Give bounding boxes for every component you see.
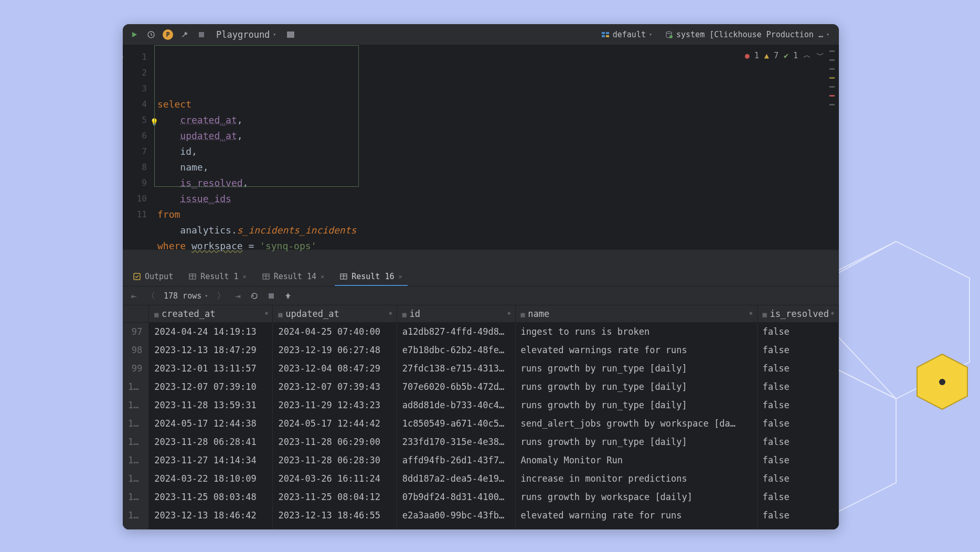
cell-is-resolved[interactable]: false xyxy=(757,378,838,396)
table-row[interactable]: 1052024-03-22 18:10:092024-03-26 16:11:2… xyxy=(123,470,839,488)
column-is-resolved[interactable]: ▦is_resolved◆ xyxy=(757,305,838,323)
connection-dropdown[interactable]: system [Clickhouse Production … ▾ xyxy=(661,27,834,42)
cell-id[interactable]: a12db827-4ffd-49d8… xyxy=(397,323,515,342)
sort-icon[interactable]: ◆ xyxy=(749,310,753,316)
cell-created-at[interactable]: 2023-12-07 07:39:10 xyxy=(149,378,273,396)
column-name[interactable]: ▦name◆ xyxy=(515,305,757,323)
settings-button[interactable] xyxy=(284,28,297,41)
cell-updated-at[interactable]: 2023-12-07 07:39:43 xyxy=(273,378,397,396)
run-button[interactable] xyxy=(128,28,141,41)
cell-updated-at[interactable]: 2023-11-28 06:28:30 xyxy=(273,451,397,470)
results-grid[interactable]: ▦created_at◆ ▦updated_at◆ ▦id◆ ▦name◆ ▦i… xyxy=(123,305,839,529)
table-row[interactable]: 1042023-11-27 14:14:342023-11-28 06:28:3… xyxy=(123,451,839,470)
sort-icon[interactable]: ◆ xyxy=(265,310,269,316)
stop-button[interactable] xyxy=(195,28,208,41)
cell-name[interactable]: increase in monitor predictions xyxy=(515,470,757,488)
pin-button[interactable] xyxy=(282,290,294,302)
cell-updated-at[interactable]: 2023-12-19 06:27:48 xyxy=(273,341,397,359)
first-page-button[interactable]: ⇤ xyxy=(128,290,140,302)
close-icon[interactable]: ✕ xyxy=(398,273,402,280)
last-page-button[interactable]: ⇥ xyxy=(232,290,243,302)
cancel-query-button[interactable] xyxy=(265,290,277,302)
cell-name[interactable]: elevated warning rate for runs xyxy=(515,506,757,525)
tab-result-16[interactable]: Result 16 ✕ xyxy=(335,268,408,286)
cell-is-resolved[interactable]: false xyxy=(757,341,838,359)
table-row[interactable]: 972024-04-24 14:19:132024-04-25 07:40:00… xyxy=(123,323,839,342)
cell-is-resolved[interactable]: false xyxy=(757,433,838,451)
cell-name[interactable]: Anomaly Monitor Run xyxy=(515,451,757,470)
error-stripe[interactable] xyxy=(828,50,836,245)
cell-name[interactable]: monitors xyxy=(515,525,757,529)
cell-is-resolved[interactable]: false xyxy=(757,451,838,470)
cell-updated-at[interactable]: 2024-04-25 07:40:00 xyxy=(273,323,397,342)
table-row[interactable]: 1062023-11-25 08:03:482023-11-25 08:04:1… xyxy=(123,488,839,506)
cell-name[interactable]: runs growth by run_type [daily] xyxy=(515,433,757,451)
cell-created-at[interactable]: 2024-04-24 14:19:13 xyxy=(149,323,273,342)
cell-id[interactable]: 8dd187a2-dea5-4e19… xyxy=(397,470,515,488)
sort-icon[interactable]: ◆ xyxy=(389,310,392,316)
cell-created-at[interactable]: 2024-03-22 18:10:09 xyxy=(149,470,273,488)
cell-created-at[interactable]: 2023-11-28 13:59:31 xyxy=(149,396,273,415)
cell-is-resolved[interactable]: false xyxy=(757,506,838,525)
sql-editor[interactable]: ● 1 ▲ 7 ✔ 1 ︿ ﹀ ✔1 2 3 4 💡5 6 7 8 9 10 1… xyxy=(123,45,839,250)
table-row[interactable]: 1012023-11-28 13:59:312023-11-29 12:43:2… xyxy=(123,396,839,415)
cell-name[interactable]: runs growth by run_type [daily] xyxy=(515,359,757,378)
table-row[interactable]: 1082023-11-27 10:38:342023-11-28 06:28:0… xyxy=(123,525,839,529)
next-page-button[interactable]: 〉 xyxy=(215,290,227,302)
cell-created-at[interactable]: 2023-11-28 06:28:41 xyxy=(149,433,273,451)
tab-result-1[interactable]: Result 1 ✕ xyxy=(184,268,251,286)
cell-created-at[interactable]: 2023-12-01 13:11:57 xyxy=(149,359,273,378)
refresh-button[interactable] xyxy=(249,290,260,302)
cell-updated-at[interactable]: 2024-05-17 12:44:42 xyxy=(273,415,397,433)
cell-name[interactable]: runs growth by run_type [daily] xyxy=(515,378,757,396)
cell-is-resolved[interactable]: false xyxy=(757,396,838,415)
cell-created-at[interactable]: 2023-11-27 14:14:34 xyxy=(149,451,273,470)
cell-id[interactable]: 1c850549-a671-40c5… xyxy=(397,415,515,433)
pending-icon[interactable]: P xyxy=(162,28,174,41)
cell-created-at[interactable]: 2023-11-27 10:38:34 xyxy=(149,525,273,529)
table-row[interactable]: 1072023-12-13 18:46:422023-12-13 18:46:5… xyxy=(123,506,839,525)
prev-page-button[interactable]: 〈 xyxy=(145,290,156,302)
cell-created-at[interactable]: 2023-12-13 18:46:42 xyxy=(149,506,273,525)
code-area[interactable]: select created_at, updated_at, id, name,… xyxy=(154,45,356,250)
cell-created-at[interactable]: 2023-12-13 18:47:29 xyxy=(149,341,273,359)
column-created-at[interactable]: ▦created_at◆ xyxy=(149,305,273,323)
close-icon[interactable]: ✕ xyxy=(242,273,246,280)
cell-id[interactable]: e7b18dbc-62b2-48fe… xyxy=(397,341,515,359)
cell-id[interactable]: 07b9df24-8d31-4100… xyxy=(397,488,515,506)
cell-updated-at[interactable]: 2023-12-13 18:46:55 xyxy=(273,506,397,525)
cell-is-resolved[interactable]: false xyxy=(757,359,838,378)
table-row[interactable]: 1002023-12-07 07:39:102023-12-07 07:39:4… xyxy=(123,378,839,396)
cell-is-resolved[interactable]: false xyxy=(757,488,838,506)
cell-id[interactable]: affd94fb-26d1-43f7… xyxy=(397,451,515,470)
table-row[interactable]: 1032023-11-28 06:28:412023-11-28 06:29:0… xyxy=(123,433,839,451)
inspection-summary[interactable]: ● 1 ▲ 7 ✔ 1 ︿ ﹀ xyxy=(745,50,824,60)
tab-result-14[interactable]: Result 14 ✕ xyxy=(257,268,330,286)
row-count-dropdown[interactable]: 178 rows ▾ xyxy=(162,291,210,301)
sort-icon[interactable]: ◆ xyxy=(507,310,511,316)
schema-dropdown[interactable]: default ▾ xyxy=(597,27,656,42)
cell-id[interactable]: 7fdb7362-7e2d-4e4c… xyxy=(397,525,515,529)
column-rownum[interactable] xyxy=(123,305,149,323)
cell-id[interactable]: ad8d81de-b733-40c4… xyxy=(397,396,515,415)
wrench-button[interactable] xyxy=(178,28,191,41)
history-button[interactable] xyxy=(145,28,157,41)
cell-name[interactable]: ingest to runs is broken xyxy=(515,323,757,342)
next-highlight-button[interactable]: ﹀ xyxy=(816,50,824,60)
cell-updated-at[interactable]: 2023-11-28 06:29:00 xyxy=(273,433,397,451)
cell-updated-at[interactable]: 2023-12-04 08:47:29 xyxy=(273,359,397,378)
cell-id[interactable]: e2a3aa00-99bc-43fb… xyxy=(397,506,515,525)
prev-highlight-button[interactable]: ︿ xyxy=(803,50,811,60)
cell-updated-at[interactable]: 2023-11-29 12:43:23 xyxy=(273,396,397,415)
cell-id[interactable]: 27fdc138-e715-4313… xyxy=(397,359,515,378)
cell-updated-at[interactable]: 2023-11-28 06:28:08 xyxy=(273,525,397,529)
cell-updated-at[interactable]: 2024-03-26 16:11:24 xyxy=(273,470,397,488)
cell-created-at[interactable]: 2024-05-17 12:44:38 xyxy=(149,415,273,433)
cell-name[interactable]: runs growth by workspace [daily] xyxy=(515,488,757,506)
sort-icon[interactable]: ◆ xyxy=(830,310,834,316)
cell-is-resolved[interactable]: false xyxy=(757,415,838,433)
table-row[interactable]: 1022024-05-17 12:44:382024-05-17 12:44:4… xyxy=(123,415,839,433)
cell-created-at[interactable]: 2023-11-25 08:03:48 xyxy=(149,488,273,506)
close-icon[interactable]: ✕ xyxy=(321,273,324,280)
table-row[interactable]: 982023-12-13 18:47:292023-12-19 06:27:48… xyxy=(123,341,839,359)
